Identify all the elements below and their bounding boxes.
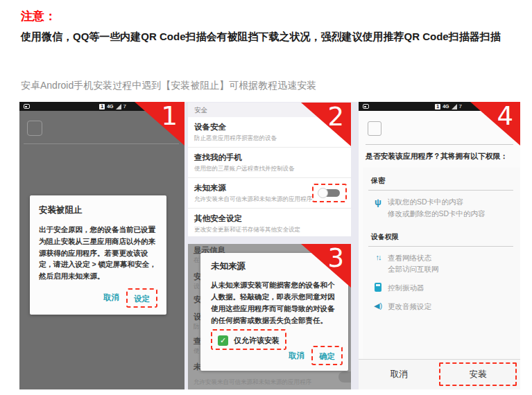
- cancel-button[interactable]: 取消: [103, 292, 119, 303]
- highlight-box: 安装: [439, 362, 517, 386]
- install-question-title: 是否安装该应用程序？其将拥有以下权限：: [366, 152, 508, 161]
- sim-badge: 1: [435, 104, 440, 109]
- network-4g-label: 4G: [107, 104, 113, 109]
- highlight-box: ✓ 仅允许该安装: [211, 329, 286, 350]
- notification-icon: [363, 104, 369, 109]
- screenshot-strip: 1 4G 7 安装被阻止 出于安全原因，您的设备当前已设置为阻止安装从三星应用商…: [19, 102, 520, 389]
- divider: [24, 143, 179, 144]
- step-number: 3: [327, 245, 344, 273]
- allow-once-checkbox[interactable]: ✓: [218, 335, 228, 346]
- settings-item-find-my-phone[interactable]: 查找我的手机 使用您的三星账户远程查找并控制设备: [188, 148, 351, 178]
- clock-label: 7: [459, 103, 462, 109]
- screenshot-3-unknown-sources-dialog: 显示信息 在 安 设 安 设 防 查 使 未 允许安装来自可信来源和未知来源的应…: [188, 244, 351, 389]
- tutorial-page: 注意： 使用微信，QQ等一些内建QR Code扫描会有被阻挡下载之状况，强烈建议…: [0, 0, 532, 395]
- tutorial-subtitle: 安卓Android手机安装过程中遇到【安装被阻止】可根据教程迅速安装: [21, 80, 316, 92]
- dialog-actions: 取消 设定: [39, 288, 157, 308]
- permission-network: ↑↓ 查看网络状态 全部访问互联网: [368, 252, 513, 276]
- dialog-body: 出于安全原因，您的设备当前已设置为阻止安装从三星应用商店以外的来源获得的应用程序…: [39, 224, 157, 282]
- dialog-title: 安装被阻止: [39, 204, 157, 216]
- highlight-box: 设定: [126, 288, 157, 308]
- dialog-title: 未知来源: [211, 261, 340, 272]
- bottom-action-bar: 取消 安装: [359, 359, 520, 389]
- highlight-box: [312, 184, 347, 202]
- notice-body-text: 使用微信，QQ等一些内建QR Code扫描会有被阻挡下载之状况，强烈建议使用推荐…: [21, 28, 515, 46]
- settings-item-other-security[interactable]: 其他安全设定 更改安全更新和证书存储等其他安全设定: [188, 209, 351, 236]
- cancel-button[interactable]: 取消: [359, 360, 440, 389]
- network-arrows-icon: ↑↓: [368, 252, 388, 261]
- divider: [366, 144, 513, 145]
- signal-icon: [116, 104, 121, 109]
- section-device-permissions: 设备权限: [368, 229, 513, 247]
- settings-button[interactable]: 设定: [134, 295, 150, 303]
- install-blocked-dialog: 安装被阻止 出于安全原因，您的设备当前已设置为阻止安装从三星应用商店以外的来源获…: [30, 195, 166, 315]
- speaker-icon: ◀): [368, 301, 388, 310]
- network-4g-label: 4G: [443, 104, 449, 109]
- vibrate-icon: [368, 282, 388, 292]
- step-badge-1: 1: [135, 102, 185, 146]
- unknown-sources-toggle[interactable]: [318, 188, 341, 198]
- app-placeholder: [368, 121, 381, 136]
- sim-badge: 1: [99, 104, 105, 109]
- screenshot-1-install-blocked: 1 4G 7 安装被阻止 出于安全原因，您的设备当前已设置为阻止安装从三星应用商…: [19, 102, 185, 389]
- unknown-sources-dialog: 未知来源 从未知来源安装可能损害您的设备和个人数据。轻敲确定，即表示您同意对因使…: [200, 253, 348, 371]
- section-privacy: 保密: [368, 173, 513, 191]
- step-number: 2: [327, 103, 344, 132]
- screenshot-4-install-permissions: 1 4G 7 是否安装该应用程序？其将拥有以下权限： 保密 ψ 读取您的SD卡中…: [359, 102, 520, 389]
- install-button[interactable]: 安装: [440, 369, 515, 380]
- signal-icon: [452, 104, 457, 109]
- app-placeholder: [27, 121, 42, 136]
- notification-icon: [24, 104, 30, 109]
- step-number: 4: [497, 103, 513, 131]
- dialog-actions: 取消 确定: [289, 346, 343, 365]
- cancel-button[interactable]: 取消: [289, 351, 304, 361]
- notice-heading: 注意：: [21, 8, 56, 24]
- permission-list: 保密 ψ 读取您的SD卡中的内容 修改或删除您的SD卡中的内容 设备权限 ↑↓ …: [363, 168, 520, 359]
- highlight-box: 确定: [311, 346, 343, 365]
- checkbox-label: 仅允许该安装: [234, 335, 280, 346]
- permission-vibrate: 控制振动器: [368, 282, 513, 294]
- permission-audio: ◀) 更改音频设定: [368, 301, 513, 313]
- clock-label: 7: [123, 103, 126, 109]
- screenshot-2-security-settings: 安全 设备安全 防止恶意应用程序损害您的设备 查找我的手机 使用您的三星账户远程…: [188, 103, 351, 236]
- dimmed-toggle: [338, 371, 351, 383]
- settings-item-unknown-sources[interactable]: 未知来源 允许安装来自可信来源和未知来源的应用程序: [188, 178, 351, 209]
- dimmed-list-desc: 允许安装来自可信来源和未知来源的应用程序: [194, 378, 311, 387]
- dialog-body: 从未知来源安装可能损害您的设备和个人数据。轻敲确定，即表示您同意对因使用这些应用…: [211, 279, 340, 326]
- ok-button[interactable]: 确定: [319, 352, 335, 360]
- step-number: 1: [161, 103, 178, 131]
- permission-sdcard: ψ 读取您的SD卡中的内容 修改或删除您的SD卡中的内容: [368, 196, 513, 220]
- usb-icon: ψ: [368, 196, 388, 207]
